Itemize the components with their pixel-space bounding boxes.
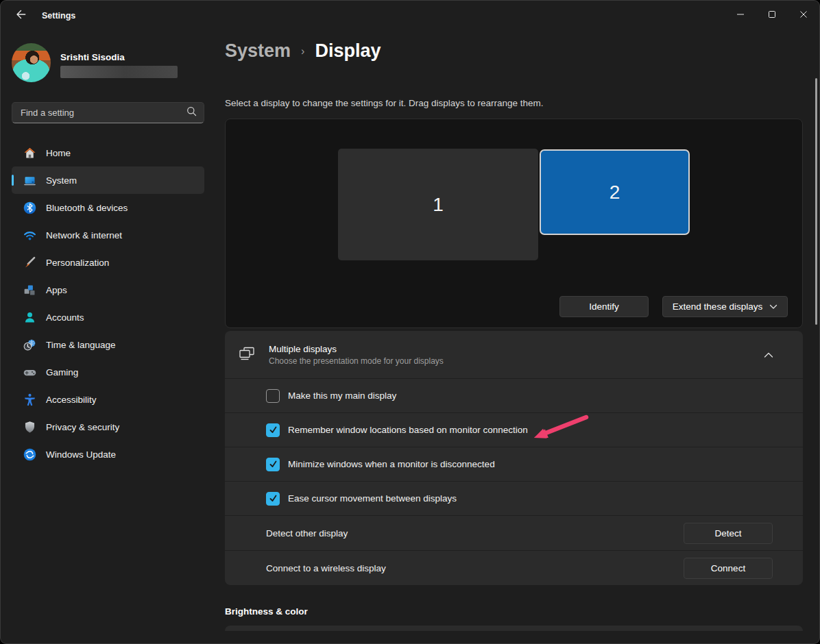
sidebar-item-label: Time & language	[46, 340, 116, 350]
minimize-windows-checkbox[interactable]	[266, 458, 280, 471]
page-description: Select a display to change the settings …	[225, 98, 803, 108]
settings-window: Settings Srishti Sisodia	[0, 0, 820, 644]
user-name: Srishti Sisodia	[60, 52, 178, 62]
extend-displays-label: Extend these displays	[673, 301, 762, 312]
multiple-displays-icon	[238, 345, 256, 365]
windows-update-icon	[23, 447, 37, 462]
remember-locations-row: Remember window locations based on monit…	[225, 412, 803, 447]
identify-button[interactable]: Identify	[559, 296, 649, 317]
sidebar-item-privacy[interactable]: Privacy & security	[12, 413, 204, 441]
sidebar-item-label: Accounts	[46, 312, 84, 323]
back-button[interactable]	[9, 5, 32, 26]
maximize-icon	[768, 10, 776, 18]
checkbox-label: Remember window locations based on monit…	[288, 425, 528, 435]
accessibility-icon	[23, 393, 37, 407]
sidebar-item-label: Privacy & security	[46, 422, 119, 432]
close-button[interactable]	[788, 1, 819, 28]
close-icon	[799, 10, 808, 18]
sidebar-item-bluetooth[interactable]: Bluetooth & devices	[12, 194, 204, 221]
sidebar-item-system[interactable]: System	[12, 166, 204, 194]
privacy-shield-icon	[23, 420, 37, 434]
multiple-displays-subtitle: Choose the presentation mode for your di…	[269, 356, 444, 366]
app-title: Settings	[42, 11, 75, 21]
sidebar-item-label: Network & internet	[46, 230, 122, 240]
multiple-displays-header[interactable]: Multiple displays Choose the presentatio…	[225, 331, 803, 378]
detect-display-row: Detect other display Detect	[225, 515, 803, 550]
sidebar-item-network[interactable]: Network & internet	[12, 221, 204, 249]
monitor-2[interactable]: 2	[540, 149, 690, 235]
system-icon	[23, 173, 37, 188]
network-icon	[23, 228, 37, 243]
checkbox-label: Minimize windows when a monitor is disco…	[288, 459, 495, 469]
vertical-scrollbar[interactable]	[815, 78, 817, 325]
sidebar-item-personalization[interactable]: Personalization	[12, 249, 204, 276]
sidebar-item-label: Windows Update	[46, 449, 116, 460]
extend-displays-dropdown[interactable]: Extend these displays	[662, 296, 788, 317]
minimize-windows-row: Minimize windows when a monitor is disco…	[225, 447, 803, 481]
detect-button[interactable]: Detect	[684, 523, 773, 544]
wireless-display-row: Connect to a wireless display Connect	[225, 550, 803, 585]
detect-display-label: Detect other display	[266, 528, 348, 538]
titlebar: Settings	[1, 1, 819, 31]
sidebar-item-label: Personalization	[46, 258, 109, 268]
search-icon	[186, 106, 197, 119]
personalization-icon	[23, 256, 37, 270]
sidebar-item-label: Bluetooth & devices	[46, 203, 128, 213]
sidebar-item-label: Gaming	[46, 367, 78, 377]
sidebar-item-gaming[interactable]: Gaming	[12, 358, 204, 386]
multiple-displays-card: Multiple displays Choose the presentatio…	[225, 331, 803, 585]
breadcrumb-separator: ›	[301, 45, 304, 58]
search-box[interactable]	[12, 102, 204, 123]
sidebar-item-accounts[interactable]: Accounts	[12, 304, 204, 331]
sidebar-item-apps[interactable]: Apps	[12, 276, 204, 304]
checkbox-label: Make this my main display	[288, 391, 396, 401]
monitor-1-number: 1	[433, 194, 444, 216]
accounts-icon	[23, 310, 37, 325]
breadcrumb-system[interactable]: System	[225, 40, 291, 62]
ease-cursor-row: Ease cursor movement between displays	[225, 481, 803, 515]
remember-locations-checkbox[interactable]	[266, 423, 280, 437]
back-arrow-icon	[15, 9, 26, 23]
breadcrumb: System › Display	[225, 40, 803, 62]
gaming-icon	[23, 365, 37, 380]
user-card[interactable]: Srishti Sisodia	[12, 43, 204, 82]
sidebar-item-label: Home	[46, 148, 71, 158]
minimize-button[interactable]	[725, 1, 756, 28]
wireless-display-label: Connect to a wireless display	[266, 563, 386, 573]
main-display-row: Make this my main display	[225, 378, 803, 412]
next-card-partial	[225, 626, 803, 631]
sidebar-item-label: System	[46, 175, 77, 186]
multiple-displays-title: Multiple displays	[269, 344, 444, 354]
avatar	[12, 43, 51, 82]
time-language-icon	[23, 338, 37, 352]
brightness-color-heading: Brightness & color	[225, 606, 803, 617]
chevron-up-icon[interactable]	[764, 349, 773, 361]
search-input[interactable]	[19, 107, 186, 119]
minimize-icon	[736, 10, 745, 18]
sidebar-item-windows-update[interactable]: Windows Update	[12, 441, 204, 468]
user-email-redacted	[60, 66, 178, 78]
main-content: System › Display Select a display to cha…	[225, 31, 803, 643]
ease-cursor-checkbox[interactable]	[266, 492, 280, 506]
sidebar-nav: Home System Bluetooth & devices Network …	[12, 139, 204, 468]
bluetooth-icon	[23, 201, 37, 215]
sidebar-item-label: Accessibility	[46, 395, 97, 405]
home-icon	[23, 146, 37, 160]
sidebar-item-home[interactable]: Home	[12, 139, 204, 166]
sidebar-item-accessibility[interactable]: Accessibility	[12, 386, 204, 413]
sidebar-item-time-language[interactable]: Time & language	[12, 331, 204, 358]
monitor-1[interactable]: 1	[338, 149, 538, 260]
apps-icon	[23, 283, 37, 297]
display-arrangement-panel: 1 2 Identify Extend these displays	[225, 119, 803, 328]
main-display-checkbox[interactable]	[266, 389, 280, 403]
checkbox-label: Ease cursor movement between displays	[288, 493, 457, 504]
chevron-down-icon	[769, 301, 777, 312]
monitor-2-number: 2	[610, 182, 620, 203]
sidebar-item-label: Apps	[46, 285, 67, 295]
window-controls	[725, 1, 819, 28]
sidebar: Srishti Sisodia Home System Bluetooth & …	[1, 31, 215, 643]
page-title: Display	[315, 40, 381, 62]
connect-button[interactable]: Connect	[684, 558, 773, 579]
maximize-button[interactable]	[756, 1, 788, 28]
